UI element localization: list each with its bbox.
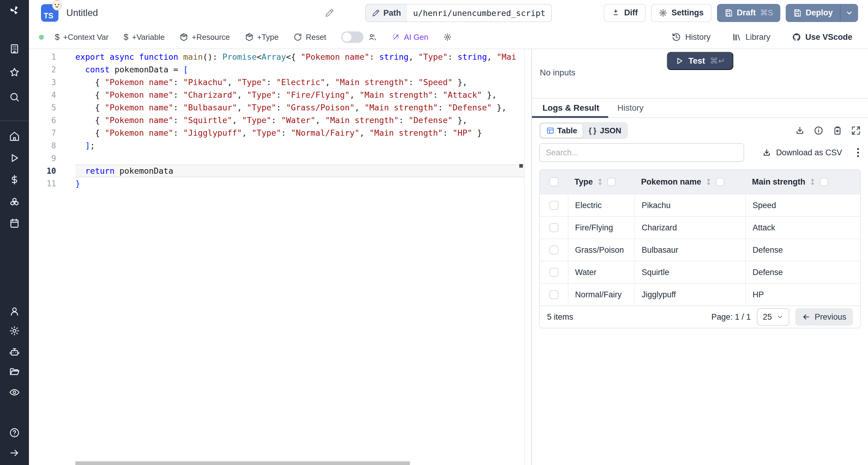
code-line-4[interactable]: 4 { "Pokemon name": "Charizard", "Type":… (29, 89, 524, 101)
row-checkbox[interactable] (550, 245, 558, 255)
multiplayer-users-icon (368, 33, 377, 41)
editor-toolbar: $ +Context Var $ +Variable +Resource +Ty… (29, 26, 868, 49)
use-vscode-button[interactable]: Use VScode (792, 33, 852, 42)
editor-horizontal-scrollbar[interactable] (75, 461, 410, 465)
column-checkbox[interactable] (607, 178, 616, 186)
column-header-pokemon-name[interactable]: Pokemon name (634, 177, 745, 187)
code-text: const pokemonData = [ (75, 63, 524, 76)
info-icon[interactable] (814, 126, 824, 136)
schedules-calendar-icon[interactable] (8, 216, 21, 230)
row-checkbox[interactable] (550, 201, 558, 210)
runs-play-icon[interactable] (8, 151, 21, 165)
code-line-8[interactable]: 8 ]; (29, 139, 524, 152)
download-result-icon[interactable] (795, 126, 805, 136)
tab-history[interactable]: History (608, 98, 652, 117)
sort-icon[interactable] (706, 178, 712, 186)
add-resource-button[interactable]: +Resource (180, 33, 230, 42)
table-cell: Pikachu (634, 195, 745, 216)
download-icon (762, 148, 771, 157)
row-checkbox[interactable] (550, 290, 558, 299)
sort-icon[interactable] (809, 178, 815, 186)
row-checkbox[interactable] (550, 268, 558, 277)
page-indicator: Page: 1 / 1 (711, 312, 751, 322)
deploy-more-chevron[interactable] (840, 4, 858, 22)
braces-icon: { } (589, 126, 597, 135)
code-line-6[interactable]: 6 { "Pokemon name": "Squirtle", "Type": … (29, 114, 524, 127)
page-size-select[interactable]: 25 (757, 308, 789, 326)
table-cell: HP (745, 284, 860, 306)
row-checkbox[interactable] (550, 223, 558, 232)
previous-page-button[interactable]: Previous (795, 308, 853, 326)
column-header-main-strength[interactable]: Main strength (745, 177, 860, 187)
add-type-button[interactable]: +Type (245, 33, 279, 42)
code-text: { "Pokemon name": "Squirtle", "Type": "W… (75, 114, 524, 127)
home-icon[interactable] (8, 130, 21, 143)
users-person-icon[interactable] (8, 305, 21, 318)
download-csv-button[interactable]: Download as CSV (762, 148, 842, 157)
code-line-5[interactable]: 5 { "Pokemon name": "Bulbasaur", "Type":… (29, 101, 524, 114)
code-line-1[interactable]: 1export async function main(): Promise<A… (29, 51, 524, 63)
multiplayer-toggle[interactable] (341, 31, 364, 43)
windmill-logo-icon[interactable] (8, 4, 21, 17)
line-number: 1 (29, 51, 75, 63)
expand-fullscreen-icon[interactable] (851, 126, 861, 136)
path-editor[interactable]: Path u/henri/unencumbered_script (365, 4, 552, 22)
settings-gear-icon[interactable] (8, 324, 21, 338)
view-json-button[interactable]: { } JSON (583, 123, 627, 138)
code-text: } (75, 177, 524, 190)
draft-button[interactable]: Draft ⌘S (717, 4, 780, 22)
workers-robot-icon[interactable] (8, 345, 21, 358)
copy-to-clipboard-icon[interactable] (832, 126, 842, 136)
column-checkbox[interactable] (820, 178, 828, 186)
line-number: 7 (29, 127, 75, 139)
add-context-var-button[interactable]: $ +Context Var (55, 32, 108, 42)
settings-button[interactable]: Settings (651, 4, 712, 22)
sort-icon[interactable] (597, 178, 603, 186)
column-checkbox[interactable] (716, 178, 724, 186)
add-variable-button[interactable]: $ +Variable (124, 32, 164, 42)
code-line-11[interactable]: 11} (29, 177, 524, 190)
resources-boxes-icon[interactable] (8, 195, 21, 208)
history-button[interactable]: History (672, 33, 710, 42)
result-table-header: Type Pokemon name Main strength (540, 170, 860, 194)
more-options-kebab-icon[interactable] (855, 146, 861, 159)
code-line-2[interactable]: 2 const pokemonData = [ (29, 63, 524, 76)
tab-logs-result[interactable]: Logs & Result (532, 98, 608, 117)
table-row: WaterSquirtleDefense (540, 261, 860, 283)
code-editor[interactable]: 1export async function main(): Promise<A… (29, 49, 525, 465)
reset-button[interactable]: Reset (293, 33, 326, 42)
code-line-10[interactable]: 10 return pokemonData (29, 165, 524, 177)
typescript-badge: TS (41, 4, 59, 22)
diff-button[interactable]: Diff (604, 4, 646, 22)
line-number: 8 (29, 139, 75, 152)
test-button[interactable]: Test ⌘↵ (667, 52, 733, 70)
code-line-9[interactable]: 9 (29, 152, 524, 165)
code-line-7[interactable]: 7 { "Pokemon name": "Jigglypuff", "Type"… (29, 127, 524, 139)
favorites-star-icon[interactable] (8, 66, 21, 79)
line-number: 6 (29, 114, 75, 127)
view-switcher: Table { } JSON (539, 122, 628, 139)
ai-gen-button[interactable]: AI Gen (392, 33, 428, 42)
help-icon[interactable] (8, 426, 21, 439)
editor-settings-gear-icon[interactable] (443, 33, 452, 41)
result-search-input[interactable] (539, 143, 744, 162)
edit-summary-pencil-icon[interactable] (325, 8, 335, 18)
audit-eye-icon[interactable] (8, 386, 21, 399)
deploy-button[interactable]: Deploy (786, 4, 840, 22)
variables-dollar-icon[interactable] (8, 173, 21, 186)
table-cell: Speed (745, 195, 860, 216)
search-icon[interactable] (8, 90, 21, 104)
view-table-button[interactable]: Table (540, 123, 583, 138)
select-all-checkbox[interactable] (550, 177, 558, 186)
play-icon (675, 57, 684, 65)
column-header-type[interactable]: Type (568, 177, 634, 187)
code-line-3[interactable]: 3 { "Pokemon name": "Pikachu", "Type": "… (29, 76, 524, 89)
library-button[interactable]: Library (732, 33, 770, 42)
code-text: { "Pokemon name": "Pikachu", "Type": "El… (75, 76, 524, 89)
workspace-building-icon[interactable] (8, 42, 21, 56)
code-text: { "Pokemon name": "Charizard", "Type": "… (75, 89, 524, 101)
folders-icon[interactable] (8, 365, 21, 378)
panel-resize-handle[interactable] (525, 49, 531, 465)
app-window: TS Untitled Path u/henri/unencumbered_sc… (0, 0, 868, 465)
expand-sidebar-arrow-icon[interactable] (8, 446, 21, 460)
